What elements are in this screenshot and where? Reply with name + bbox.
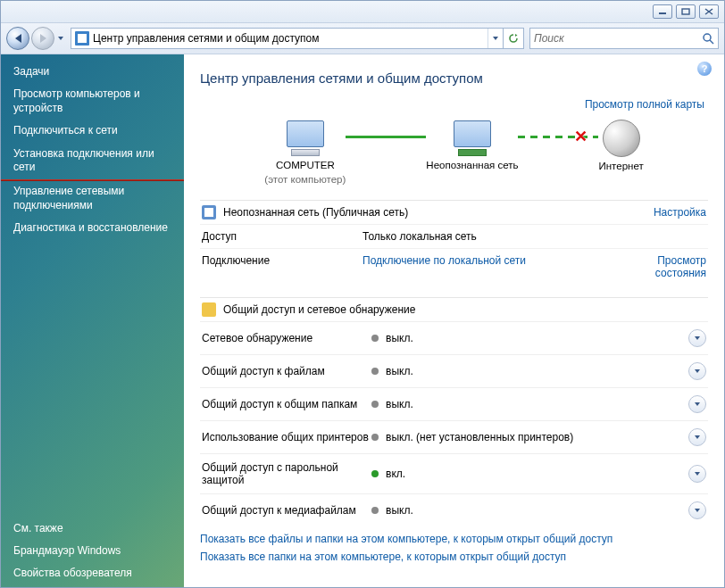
address-text: Центр управления сетями и общим доступом bbox=[93, 32, 488, 45]
svg-rect-1 bbox=[682, 9, 689, 14]
show-shared-files-link[interactable]: Показать все файлы и папки на этом компь… bbox=[200, 530, 708, 548]
connection-link[interactable]: Подключение по локальной сети bbox=[362, 254, 626, 279]
network-map: COMPUTER (этот компьютер) Неопознанная с… bbox=[200, 116, 708, 200]
history-dropdown[interactable] bbox=[56, 28, 65, 49]
svg-rect-0 bbox=[659, 12, 666, 14]
network-name: Неопознанная сеть (Публичная сеть) bbox=[223, 206, 646, 219]
maximize-button[interactable] bbox=[676, 4, 696, 19]
chevron-down-icon[interactable] bbox=[688, 362, 706, 380]
map-node-network[interactable]: Неопознанная сеть bbox=[426, 120, 518, 185]
sidebar-item-connect[interactable]: Подключиться к сети bbox=[1, 120, 184, 143]
map-node-internet[interactable]: Интернет bbox=[598, 120, 643, 186]
close-button[interactable] bbox=[699, 4, 719, 19]
chevron-down-icon[interactable] bbox=[688, 395, 706, 413]
chevron-down-icon[interactable] bbox=[688, 329, 706, 347]
back-button[interactable] bbox=[6, 27, 29, 50]
setting-media-sharing[interactable]: Общий доступ к медиафайлам выкл. bbox=[200, 493, 708, 526]
search-placeholder: Поиск bbox=[530, 32, 698, 45]
setting-public-folder[interactable]: Общий доступ к общим папкам выкл. bbox=[200, 387, 708, 420]
tasks-sidebar: Задачи Просмотр компьютеров и устройств … bbox=[1, 54, 184, 588]
minimize-button[interactable] bbox=[653, 4, 672, 19]
search-box[interactable]: Поиск bbox=[529, 28, 719, 49]
setting-printer-sharing[interactable]: Использование общих принтеров выкл. (нет… bbox=[200, 420, 708, 453]
status-dot-icon bbox=[371, 434, 379, 441]
forward-button[interactable] bbox=[31, 27, 54, 50]
network-icon bbox=[202, 205, 216, 219]
help-icon[interactable]: ? bbox=[697, 62, 712, 76]
full-map-link[interactable]: Просмотр полной карты bbox=[200, 98, 708, 116]
status-dot-icon bbox=[371, 335, 379, 342]
broken-link-icon: ✕ bbox=[574, 127, 588, 146]
view-status-link[interactable]: Просмотр состояния bbox=[626, 254, 706, 279]
status-dot-icon bbox=[371, 368, 379, 375]
status-dot-icon bbox=[371, 507, 379, 514]
map-link-2: ✕ bbox=[518, 136, 598, 138]
sidebar-item-diag[interactable]: Диагностика и восстановление bbox=[1, 217, 184, 240]
chevron-down-icon[interactable] bbox=[688, 428, 706, 446]
sidebar-item-setup[interactable]: Установка подключения или сети bbox=[1, 143, 184, 180]
sharing-icon bbox=[202, 302, 216, 317]
address-bar[interactable]: Центр управления сетями и общим доступом bbox=[71, 28, 524, 49]
sidebar-item-firewall[interactable]: Брандмауэр Windows bbox=[1, 540, 184, 563]
sidebar-item-devices[interactable]: Просмотр компьютеров и устройств bbox=[1, 83, 184, 120]
sidebar-item-manage[interactable]: Управление сетевыми подключениями bbox=[1, 180, 184, 217]
page-title: Центр управления сетями и общим доступом bbox=[200, 65, 708, 98]
main-content: ? Центр управления сетями и общим доступ… bbox=[184, 54, 724, 588]
customize-link[interactable]: Настройка bbox=[654, 206, 706, 219]
svg-point-2 bbox=[704, 34, 711, 41]
show-shared-folders-link[interactable]: Показать все папки на этом компьютере, к… bbox=[200, 548, 708, 566]
seealso-heading: См. также bbox=[1, 518, 184, 540]
nav-arrows bbox=[6, 27, 65, 50]
chevron-down-icon[interactable] bbox=[688, 465, 706, 483]
refresh-button[interactable] bbox=[503, 29, 523, 48]
status-dot-icon bbox=[371, 401, 379, 408]
chevron-down-icon[interactable] bbox=[688, 501, 706, 519]
status-dot-icon bbox=[371, 470, 379, 477]
setting-password-sharing[interactable]: Общий доступ с парольной защитой вкл. bbox=[200, 453, 708, 493]
map-link-1 bbox=[346, 136, 426, 138]
location-icon bbox=[75, 31, 89, 46]
sharing-title: Общий доступ и сетевое обнаружение bbox=[223, 303, 706, 316]
setting-file-sharing[interactable]: Общий доступ к файлам выкл. bbox=[200, 354, 708, 387]
tasks-heading: Задачи bbox=[1, 62, 184, 83]
map-node-computer[interactable]: COMPUTER (этот компьютер) bbox=[264, 120, 346, 185]
setting-network-discovery[interactable]: Сетевое обнаружение выкл. bbox=[200, 321, 708, 354]
search-icon[interactable] bbox=[698, 32, 718, 45]
sidebar-item-ie[interactable]: Свойства обозревателя bbox=[1, 562, 184, 585]
address-dropdown[interactable] bbox=[488, 29, 503, 48]
